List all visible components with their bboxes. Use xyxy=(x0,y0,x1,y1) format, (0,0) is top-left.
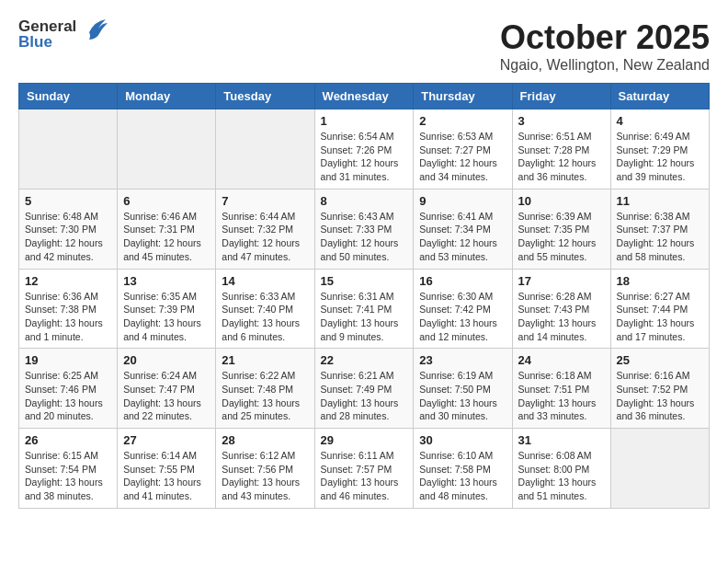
header-monday: Monday xyxy=(118,84,216,109)
day-number: 13 xyxy=(123,274,210,288)
day-info: Sunrise: 6:31 AM Sunset: 7:41 PM Dayligh… xyxy=(321,290,408,344)
day-info: Sunrise: 6:46 AM Sunset: 7:31 PM Dayligh… xyxy=(123,210,210,264)
day-number: 19 xyxy=(25,353,111,367)
table-row: 13Sunrise: 6:35 AM Sunset: 7:39 PM Dayli… xyxy=(118,269,216,349)
table-row: 9Sunrise: 6:41 AM Sunset: 7:34 PM Daylig… xyxy=(414,189,512,269)
day-info: Sunrise: 6:21 AM Sunset: 7:49 PM Dayligh… xyxy=(321,369,408,423)
table-row: 16Sunrise: 6:30 AM Sunset: 7:42 PM Dayli… xyxy=(414,269,512,349)
day-info: Sunrise: 6:16 AM Sunset: 7:52 PM Dayligh… xyxy=(617,369,703,423)
day-number: 16 xyxy=(419,274,506,288)
table-row: 14Sunrise: 6:33 AM Sunset: 7:40 PM Dayli… xyxy=(216,269,314,349)
table-row: 19Sunrise: 6:25 AM Sunset: 7:46 PM Dayli… xyxy=(19,349,118,429)
day-info: Sunrise: 6:30 AM Sunset: 7:42 PM Dayligh… xyxy=(419,290,506,344)
location-title: Ngaio, Wellington, New Zealand xyxy=(500,57,710,74)
table-row: 1Sunrise: 6:54 AM Sunset: 7:26 PM Daylig… xyxy=(314,109,414,190)
table-row: 20Sunrise: 6:24 AM Sunset: 7:47 PM Dayli… xyxy=(118,349,216,429)
table-row: 30Sunrise: 6:10 AM Sunset: 7:58 PM Dayli… xyxy=(414,429,512,509)
day-number: 31 xyxy=(518,433,605,447)
table-row xyxy=(118,109,216,190)
day-info: Sunrise: 6:28 AM Sunset: 7:43 PM Dayligh… xyxy=(518,290,605,344)
day-number: 30 xyxy=(419,433,506,447)
table-row: 22Sunrise: 6:21 AM Sunset: 7:49 PM Dayli… xyxy=(314,349,414,429)
table-row: 18Sunrise: 6:27 AM Sunset: 7:44 PM Dayli… xyxy=(610,269,709,349)
day-info: Sunrise: 6:38 AM Sunset: 7:37 PM Dayligh… xyxy=(617,210,703,264)
day-number: 26 xyxy=(25,433,111,447)
day-info: Sunrise: 6:24 AM Sunset: 7:47 PM Dayligh… xyxy=(123,369,210,423)
day-info: Sunrise: 6:43 AM Sunset: 7:33 PM Dayligh… xyxy=(321,210,408,264)
table-row: 5Sunrise: 6:48 AM Sunset: 7:30 PM Daylig… xyxy=(19,189,118,269)
day-number: 29 xyxy=(321,433,408,447)
day-info: Sunrise: 6:44 AM Sunset: 7:32 PM Dayligh… xyxy=(222,210,308,264)
day-number: 25 xyxy=(617,353,703,367)
day-info: Sunrise: 6:41 AM Sunset: 7:34 PM Dayligh… xyxy=(419,210,506,264)
day-number: 15 xyxy=(321,274,408,288)
day-number: 12 xyxy=(25,274,111,288)
day-number: 27 xyxy=(123,433,210,447)
table-row: 3Sunrise: 6:51 AM Sunset: 7:28 PM Daylig… xyxy=(512,109,610,190)
header: General Blue October 2025 Ngaio, Welling… xyxy=(18,18,710,74)
day-info: Sunrise: 6:51 AM Sunset: 7:28 PM Dayligh… xyxy=(518,130,605,184)
table-row xyxy=(610,429,709,509)
day-info: Sunrise: 6:12 AM Sunset: 7:56 PM Dayligh… xyxy=(222,449,308,503)
header-tuesday: Tuesday xyxy=(216,84,314,109)
day-info: Sunrise: 6:27 AM Sunset: 7:44 PM Dayligh… xyxy=(617,290,703,344)
day-info: Sunrise: 6:19 AM Sunset: 7:50 PM Dayligh… xyxy=(419,369,506,423)
day-info: Sunrise: 6:39 AM Sunset: 7:35 PM Dayligh… xyxy=(518,210,605,264)
header-sunday: Sunday xyxy=(19,84,118,109)
table-row: 28Sunrise: 6:12 AM Sunset: 7:56 PM Dayli… xyxy=(216,429,314,509)
day-info: Sunrise: 6:36 AM Sunset: 7:38 PM Dayligh… xyxy=(25,290,111,344)
day-info: Sunrise: 6:11 AM Sunset: 7:57 PM Dayligh… xyxy=(321,449,408,503)
table-row: 26Sunrise: 6:15 AM Sunset: 7:54 PM Dayli… xyxy=(19,429,118,509)
table-row: 27Sunrise: 6:14 AM Sunset: 7:55 PM Dayli… xyxy=(118,429,216,509)
day-info: Sunrise: 6:22 AM Sunset: 7:48 PM Dayligh… xyxy=(222,369,308,423)
day-number: 10 xyxy=(518,194,605,208)
table-row: 21Sunrise: 6:22 AM Sunset: 7:48 PM Dayli… xyxy=(216,349,314,429)
day-number: 6 xyxy=(123,194,210,208)
day-number: 1 xyxy=(321,114,408,128)
logo-bird-icon xyxy=(82,14,111,47)
day-info: Sunrise: 6:54 AM Sunset: 7:26 PM Dayligh… xyxy=(321,130,408,184)
day-info: Sunrise: 6:49 AM Sunset: 7:29 PM Dayligh… xyxy=(617,130,703,184)
month-title: October 2025 xyxy=(500,18,710,57)
day-number: 21 xyxy=(222,353,308,367)
table-row: 31Sunrise: 6:08 AM Sunset: 8:00 PM Dayli… xyxy=(512,429,610,509)
calendar-week-row: 19Sunrise: 6:25 AM Sunset: 7:46 PM Dayli… xyxy=(19,349,710,429)
calendar-week-row: 12Sunrise: 6:36 AM Sunset: 7:38 PM Dayli… xyxy=(19,269,710,349)
day-number: 5 xyxy=(25,194,111,208)
day-number: 22 xyxy=(321,353,408,367)
day-number: 28 xyxy=(222,433,308,447)
day-number: 18 xyxy=(617,274,703,288)
table-row: 4Sunrise: 6:49 AM Sunset: 7:29 PM Daylig… xyxy=(610,109,709,190)
table-row: 12Sunrise: 6:36 AM Sunset: 7:38 PM Dayli… xyxy=(19,269,118,349)
day-info: Sunrise: 6:15 AM Sunset: 7:54 PM Dayligh… xyxy=(25,449,111,503)
day-info: Sunrise: 6:35 AM Sunset: 7:39 PM Dayligh… xyxy=(123,290,210,344)
day-number: 7 xyxy=(222,194,308,208)
calendar-week-row: 1Sunrise: 6:54 AM Sunset: 7:26 PM Daylig… xyxy=(19,109,710,190)
day-number: 11 xyxy=(617,194,703,208)
day-info: Sunrise: 6:25 AM Sunset: 7:46 PM Dayligh… xyxy=(25,369,111,423)
day-info: Sunrise: 6:18 AM Sunset: 7:51 PM Dayligh… xyxy=(518,369,605,423)
logo-general: General xyxy=(18,18,76,34)
day-number: 24 xyxy=(518,353,605,367)
table-row: 6Sunrise: 6:46 AM Sunset: 7:31 PM Daylig… xyxy=(118,189,216,269)
day-number: 8 xyxy=(321,194,408,208)
day-number: 17 xyxy=(518,274,605,288)
day-number: 14 xyxy=(222,274,308,288)
day-info: Sunrise: 6:10 AM Sunset: 7:58 PM Dayligh… xyxy=(419,449,506,503)
table-row: 29Sunrise: 6:11 AM Sunset: 7:57 PM Dayli… xyxy=(314,429,414,509)
calendar-week-row: 26Sunrise: 6:15 AM Sunset: 7:54 PM Dayli… xyxy=(19,429,710,509)
table-row xyxy=(19,109,118,190)
table-row: 25Sunrise: 6:16 AM Sunset: 7:52 PM Dayli… xyxy=(610,349,709,429)
day-info: Sunrise: 6:53 AM Sunset: 7:27 PM Dayligh… xyxy=(419,130,506,184)
day-info: Sunrise: 6:33 AM Sunset: 7:40 PM Dayligh… xyxy=(222,290,308,344)
header-wednesday: Wednesday xyxy=(314,84,414,109)
logo-blue: Blue xyxy=(18,34,76,50)
calendar-week-row: 5Sunrise: 6:48 AM Sunset: 7:30 PM Daylig… xyxy=(19,189,710,269)
table-row xyxy=(216,109,314,190)
header-thursday: Thursday xyxy=(414,84,512,109)
table-row: 2Sunrise: 6:53 AM Sunset: 7:27 PM Daylig… xyxy=(414,109,512,190)
day-number: 2 xyxy=(419,114,506,128)
day-number: 3 xyxy=(518,114,605,128)
day-number: 20 xyxy=(123,353,210,367)
table-row: 24Sunrise: 6:18 AM Sunset: 7:51 PM Dayli… xyxy=(512,349,610,429)
